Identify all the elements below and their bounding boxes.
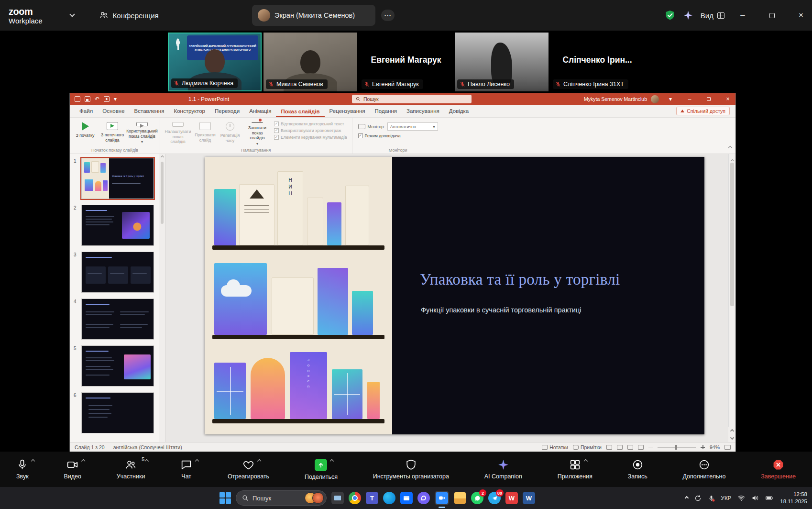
normal-view-button[interactable] xyxy=(606,445,612,450)
zoom-slider-knob[interactable] xyxy=(675,445,677,450)
use-timings-checkbox[interactable]: ✓ Використовувати хронометраж xyxy=(274,128,347,133)
zoom-out-button[interactable] xyxy=(648,447,653,448)
previous-slide-button[interactable] xyxy=(730,429,734,433)
participants-options-chevron[interactable] xyxy=(145,459,149,463)
more-button[interactable]: Дополнительно xyxy=(682,459,725,480)
thumbnail-scrollbar[interactable] xyxy=(159,154,165,442)
share-button[interactable]: Спільний доступ xyxy=(676,107,730,115)
sync-icon[interactable] xyxy=(694,495,702,502)
screen-share-tab[interactable]: Экран (Микита Семенов) xyxy=(252,5,375,26)
ribbon-display-options-icon[interactable]: ▾ xyxy=(663,93,678,105)
window-app-icon[interactable] xyxy=(331,492,344,504)
apps-options-chevron[interactable] xyxy=(584,459,588,463)
slide-5-thumbnail[interactable] xyxy=(81,345,154,387)
reactions-options-chevron[interactable] xyxy=(257,459,261,463)
record-slideshow-button[interactable]: Записати показ слайдів ▾ xyxy=(243,120,271,146)
ppt-maximize-button[interactable] xyxy=(701,93,716,105)
hide-slide-button[interactable]: Приховати слайд xyxy=(194,120,217,146)
end-meeting-button[interactable]: Завершение xyxy=(761,459,796,480)
host-tools-button[interactable]: Инструменты организатора xyxy=(373,459,449,480)
mic-in-use-icon[interactable] xyxy=(708,495,715,502)
volume-icon[interactable] xyxy=(751,494,759,502)
video-tile-pavlo[interactable]: Павло Лисенко xyxy=(455,33,549,91)
zoom-app-active[interactable] xyxy=(435,491,449,505)
fit-to-window-button[interactable] xyxy=(724,445,731,450)
tab-animations[interactable]: Анімація xyxy=(244,105,276,117)
slideshow-view-button[interactable] xyxy=(638,445,644,450)
audio-options-chevron[interactable] xyxy=(31,459,35,463)
reactions-button[interactable]: Отреагировать xyxy=(228,459,269,480)
from-current-slide-button[interactable]: З поточного слайда xyxy=(99,120,126,146)
ppt-account-avatar[interactable] xyxy=(651,95,659,103)
wifi-icon[interactable] xyxy=(737,494,745,502)
slide-6-thumbnail[interactable] xyxy=(81,392,154,433)
canvas-scrollbar[interactable] xyxy=(728,154,735,442)
share-options-chevron[interactable] xyxy=(330,459,334,463)
ai-companion-button[interactable]: AI Companion xyxy=(484,459,522,480)
presenter-view-checkbox[interactable]: ✓ Режим доповідача xyxy=(358,133,438,138)
share-screen-button[interactable]: Поделиться xyxy=(305,459,338,480)
monitor-dropdown[interactable]: Автоматично ▾ xyxy=(387,122,438,131)
media-controls-checkbox[interactable]: ✓ Елементи керування мультимедіа xyxy=(274,135,347,140)
notes-button[interactable]: Нотатки xyxy=(542,444,568,450)
zoom-percentage[interactable]: 94% xyxy=(710,444,720,450)
window-maximize-button[interactable] xyxy=(761,0,783,31)
screen-tab-more-button[interactable]: ··· xyxy=(381,10,395,21)
slide-2-thumbnail[interactable] xyxy=(81,205,154,246)
ppt-close-button[interactable]: × xyxy=(720,93,735,105)
undo-icon[interactable]: ↶ xyxy=(95,96,99,102)
zoom-in-button[interactable] xyxy=(701,445,705,449)
tab-recording[interactable]: Записування xyxy=(402,105,444,117)
teams-icon[interactable]: T xyxy=(366,492,378,504)
video-tile-evgeniy[interactable]: Евгений Магарук Евгений Магарук xyxy=(359,33,453,91)
taskbar-search[interactable]: Пошук xyxy=(236,490,327,506)
viber-icon[interactable] xyxy=(417,492,430,504)
chrome-icon[interactable] xyxy=(349,492,361,504)
comments-button[interactable]: Примітки xyxy=(573,444,602,450)
slide-3-thumbnail[interactable] xyxy=(81,252,154,293)
ppt-minimize-button[interactable]: – xyxy=(682,93,697,105)
security-shield-icon[interactable] xyxy=(664,10,676,21)
chat-options-chevron[interactable] xyxy=(195,459,199,463)
start-button[interactable] xyxy=(219,492,231,504)
hidden-icons-chevron[interactable] xyxy=(684,496,688,500)
language-indicator[interactable]: англійська (Сполучені Штати) xyxy=(113,444,182,450)
file-explorer-icon[interactable] xyxy=(454,492,466,504)
scrollbar-thumb[interactable] xyxy=(730,163,734,306)
tab-insert[interactable]: Вставлення xyxy=(130,105,169,117)
workspace-chevron-down-icon[interactable] xyxy=(69,11,75,17)
rehearse-timings-button[interactable]: Репетиція часу xyxy=(219,120,241,146)
red-w-app-icon[interactable]: W xyxy=(505,492,518,504)
quick-access-customize-icon[interactable]: ▾ xyxy=(114,96,117,102)
slideshow-icon[interactable] xyxy=(104,96,110,102)
view-button[interactable]: Вид xyxy=(701,11,724,20)
tab-transitions[interactable]: Переходи xyxy=(210,105,244,117)
chat-button[interactable]: Чат xyxy=(180,459,192,480)
tab-help[interactable]: Довідка xyxy=(444,105,473,117)
tab-review[interactable]: Рецензування xyxy=(325,105,370,117)
tab-design[interactable]: Конструктор xyxy=(169,105,210,117)
from-beginning-button[interactable]: З початку xyxy=(74,120,97,146)
current-slide[interactable]: НИН Joncen xyxy=(205,157,704,434)
zoom-slider[interactable] xyxy=(658,447,696,448)
scrollbar-thumb[interactable] xyxy=(161,162,164,224)
ppt-search-box[interactable]: Пошук xyxy=(352,95,472,103)
participants-button[interactable]: 5 Участники xyxy=(117,459,145,480)
video-options-chevron[interactable] xyxy=(81,459,85,463)
tab-home[interactable]: Основне xyxy=(98,105,129,117)
setup-slideshow-button[interactable]: Налаштувати показ слайдів xyxy=(164,120,192,146)
battery-icon[interactable] xyxy=(765,494,774,502)
taskbar-clock[interactable]: 12:58 18.11.2025 xyxy=(780,491,807,505)
reading-view-button[interactable] xyxy=(627,445,633,450)
apps-button[interactable]: Приложения xyxy=(558,459,593,480)
edge-icon[interactable] xyxy=(383,492,395,504)
store-icon[interactable] xyxy=(400,492,413,504)
slide-sorter-view-button[interactable] xyxy=(617,445,623,450)
slide-4-thumbnail[interactable] xyxy=(81,299,154,340)
audio-button[interactable]: Звук xyxy=(16,459,29,480)
record-button[interactable]: Запись xyxy=(628,459,647,480)
telegram-icon[interactable]: 80 xyxy=(488,492,501,504)
play-narrations-checkbox[interactable]: ✓ Відтворювати дикторський текст xyxy=(274,122,347,126)
language-switcher[interactable]: УКР xyxy=(721,495,732,501)
word-icon[interactable]: W xyxy=(523,492,535,504)
